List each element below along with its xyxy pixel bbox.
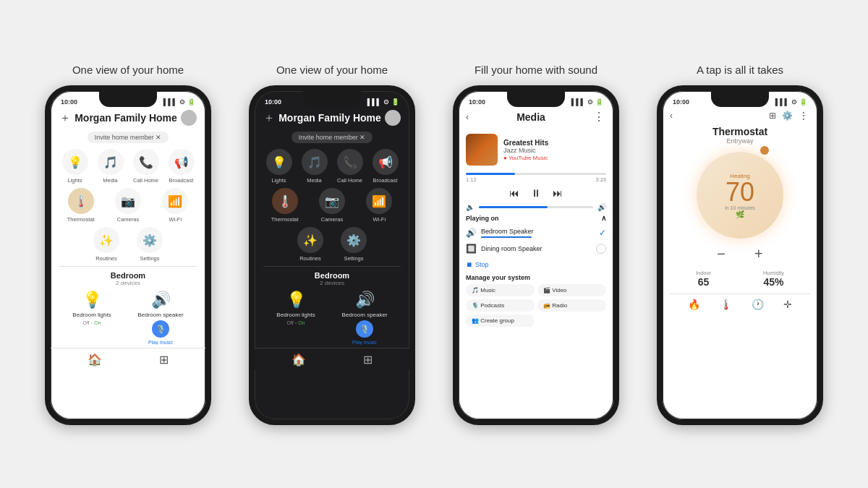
playing-on-collapse-icon[interactable]: ∧ bbox=[601, 214, 606, 222]
speaker-1-left: 🔊 Bedroom Speaker bbox=[466, 228, 534, 238]
indoor-stat: Indoor 65 bbox=[696, 270, 711, 288]
phone-1-call-home[interactable]: 📞 Call Home bbox=[130, 149, 161, 184]
manage-video-btn[interactable]: 🎬 Video bbox=[537, 284, 606, 296]
dark-home-tab-icon[interactable]: 🏠 bbox=[292, 353, 306, 367]
pause-icon[interactable]: ⏸ bbox=[531, 187, 541, 199]
dark-broadcast-icon: 📢 bbox=[373, 149, 399, 175]
manage-creategroup-btn[interactable]: 👥 Create group bbox=[466, 314, 535, 327]
phone-2-thermostat[interactable]: 🌡️ Thermostat bbox=[263, 188, 306, 223]
track-source: ● YouTube Music bbox=[503, 155, 606, 161]
phone-1-thermostat[interactable]: 🌡️ Thermostat bbox=[59, 188, 102, 223]
thermo-header-icons: ⊞ ⚙️ ⋮ bbox=[769, 110, 810, 121]
phone-2-media[interactable]: 🎵 Media bbox=[299, 149, 330, 184]
phone-1-wifi[interactable]: 📶 Wi-Fi bbox=[154, 188, 197, 223]
phone-1-broadcast[interactable]: 📢 Broadcast bbox=[166, 149, 197, 184]
thermo-settings-icon[interactable]: ⚙️ bbox=[782, 111, 793, 121]
dark-bedroom-lights-icon: 💡 bbox=[286, 291, 306, 309]
thermo-bottom-clock-icon[interactable]: 🕐 bbox=[752, 299, 764, 310]
dark-grid-tab-icon[interactable]: ⊞ bbox=[363, 353, 373, 367]
routines-label: Routines bbox=[95, 255, 117, 262]
thermostat-dial[interactable]: Heating 70 in 10 minutes 🌿 bbox=[697, 152, 783, 239]
mic-button[interactable]: 🎙️ bbox=[152, 320, 169, 338]
manage-music-btn[interactable]: 🎵 Music bbox=[466, 284, 535, 296]
speaker-1-item[interactable]: 🔊 Bedroom Speaker ✓ bbox=[466, 225, 606, 241]
play-music-label[interactable]: Play music bbox=[148, 340, 173, 345]
playing-on-label: Playing on bbox=[466, 215, 499, 222]
progress-track bbox=[466, 173, 606, 175]
grid-tab-icon[interactable]: ⊞ bbox=[159, 353, 169, 367]
dark-thermostat-icon: 🌡️ bbox=[272, 188, 298, 214]
thermo-back-icon[interactable]: ‹ bbox=[670, 111, 673, 121]
phone-1-content: ＋ Morgan Family Home Invite home member … bbox=[51, 107, 205, 345]
phone-2-call-home[interactable]: 📞 Call Home bbox=[334, 149, 365, 184]
thermo-bottom-temp-icon[interactable]: 🌡️ bbox=[720, 299, 732, 310]
phone-2-bedroom-lights[interactable]: 💡 Bedroom lights Off • On bbox=[276, 291, 315, 345]
phone-2-add-button[interactable]: ＋ bbox=[263, 111, 275, 126]
skip-back-icon[interactable]: ⏮ bbox=[509, 187, 519, 199]
time-current: 1:12 bbox=[466, 176, 477, 183]
phone-2-settings[interactable]: ⚙️ Settings bbox=[334, 227, 373, 262]
phone-2-bedroom-speaker[interactable]: 🔊 Bedroom speaker 🎙️ Play music bbox=[341, 291, 387, 345]
phone-2-broadcast[interactable]: 📢 Broadcast bbox=[370, 149, 401, 184]
dark-play-music-label[interactable]: Play music bbox=[352, 340, 377, 345]
phone-4-header: ‹ ⊞ ⚙️ ⋮ bbox=[670, 107, 810, 126]
phone-1-bedroom-lights[interactable]: 💡 Bedroom lights Off • On bbox=[72, 291, 111, 345]
manage-podcasts-btn[interactable]: 🎙️ Podcasts bbox=[466, 299, 535, 312]
skip-forward-icon[interactable]: ⏭ bbox=[553, 187, 563, 199]
dark-bedroom-lights-name: Bedroom lights bbox=[276, 312, 315, 318]
phone-1-divider bbox=[59, 266, 197, 267]
dark-broadcast-label: Broadcast bbox=[373, 177, 398, 184]
phone-4-signal: ▌▌▌⊙🔋 bbox=[775, 98, 807, 106]
phone-2-wifi[interactable]: 📶 Wi-Fi bbox=[358, 188, 401, 223]
phone-1-bedroom-speaker[interactable]: 🔊 Bedroom speaker 🎙️ Play music bbox=[137, 291, 183, 345]
thermo-bottom-heat-icon[interactable]: 🔥 bbox=[688, 299, 700, 310]
phone-1-lights[interactable]: 💡 Lights bbox=[59, 149, 90, 184]
caption-4: A tap is all it takes bbox=[689, 63, 791, 77]
dark-mic-button[interactable]: 🎙️ bbox=[356, 320, 373, 338]
phone-1-invite-chip[interactable]: Invite home member ✕ bbox=[88, 132, 169, 143]
thermo-bottom-fan-icon[interactable]: ✛ bbox=[783, 299, 792, 310]
phone-1-add-button[interactable]: ＋ bbox=[59, 111, 71, 126]
home-tab-icon[interactable]: 🏠 bbox=[88, 353, 102, 367]
phone-2-bedroom-sub: 2 devices bbox=[263, 280, 401, 286]
dark-call-home-icon: 📞 bbox=[337, 149, 363, 175]
phone-2-routines[interactable]: ✨ Routines bbox=[291, 227, 330, 262]
media-back-icon[interactable]: ‹ bbox=[466, 112, 469, 122]
phone-3-time: 10:00 bbox=[469, 98, 485, 106]
phone-1-media[interactable]: 🎵 Media bbox=[95, 149, 126, 184]
speaker-2-item[interactable]: 🔲 Dining room Speaker bbox=[466, 241, 606, 257]
thermo-more-icon[interactable]: ⋮ bbox=[799, 110, 810, 121]
dark-cameras-icon: 📷 bbox=[319, 188, 345, 214]
bedroom-lights-status: Off • On bbox=[83, 320, 101, 325]
thermostat-decrease-button[interactable]: − bbox=[717, 246, 726, 262]
progress-bar[interactable]: 1:12 3:23 bbox=[466, 173, 606, 183]
volume-track[interactable] bbox=[479, 206, 593, 208]
call-home-label: Call Home bbox=[133, 177, 158, 184]
manage-title: Manage your system bbox=[466, 274, 606, 281]
volume-high-icon: 🔊 bbox=[597, 203, 606, 211]
stop-button[interactable]: ⏹ Stop bbox=[466, 261, 489, 268]
caption-2: One view of your home bbox=[269, 63, 395, 77]
phone-2-invite-chip[interactable]: Invite home member ✕ bbox=[292, 132, 373, 143]
phone-1-settings[interactable]: ⚙️ Settings bbox=[130, 227, 169, 262]
phone-1-cameras[interactable]: 📷 Cameras bbox=[106, 188, 149, 223]
thermostat-increase-button[interactable]: + bbox=[754, 246, 763, 262]
dark-bedroom-speaker-icon: 🔊 bbox=[355, 291, 375, 309]
speaker-2-radio-icon bbox=[596, 244, 606, 254]
manage-radio-btn[interactable]: 📻 Radio bbox=[537, 299, 606, 312]
phone-2-lights[interactable]: 💡 Lights bbox=[263, 149, 294, 184]
phone-2-title: Morgan Family Home bbox=[275, 112, 385, 124]
phone-2-cameras[interactable]: 📷 Cameras bbox=[310, 188, 353, 223]
phone-2-icon-grid-3: ✨ Routines ⚙️ Settings bbox=[291, 227, 373, 262]
phone-3-notch bbox=[507, 91, 565, 107]
media-more-icon[interactable]: ⋮ bbox=[593, 110, 606, 124]
volume-fill bbox=[479, 206, 548, 208]
thermo-devices-icon[interactable]: ⊞ bbox=[769, 111, 776, 121]
manage-grid: 🎵 Music 🎬 Video 🎙️ Podcasts 📻 Radio 👥 Cr… bbox=[466, 284, 606, 327]
status-off: Off bbox=[83, 320, 90, 325]
phone-1-routines[interactable]: ✨ Routines bbox=[87, 227, 126, 262]
phone-4: 10:00 ▌▌▌⊙🔋 ‹ ⊞ ⚙️ ⋮ Thermostat bbox=[657, 85, 823, 425]
settings-label: Settings bbox=[140, 255, 159, 262]
wifi-label: Wi-Fi bbox=[169, 216, 182, 223]
manage-section: Manage your system 🎵 Music 🎬 Video 🎙️ Po… bbox=[466, 274, 606, 327]
